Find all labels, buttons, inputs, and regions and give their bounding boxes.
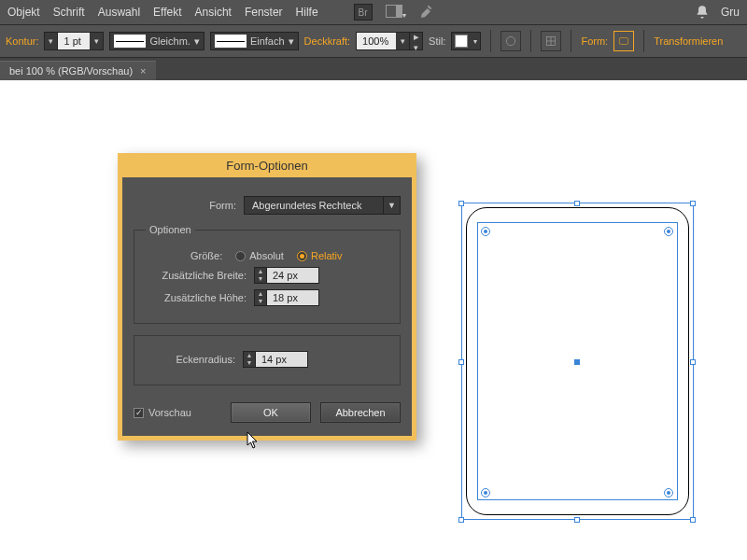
handle-nw[interactable] (458, 201, 464, 206)
stroke-weight-value[interactable]: 1 pt (58, 33, 90, 49)
menu-schrift[interactable]: Schrift (53, 6, 85, 19)
options-legend: Optionen (146, 224, 195, 235)
shape-rounded-rect-icon[interactable] (613, 31, 634, 51)
handle-center[interactable] (574, 359, 580, 365)
size-relative-radio[interactable]: Relativ (297, 250, 343, 261)
ok-button[interactable]: OK (231, 402, 311, 423)
corner-radius-handle-se[interactable] (664, 488, 673, 497)
menu-effekt[interactable]: Effekt (153, 6, 181, 19)
svg-point-0 (507, 36, 515, 45)
corner-radius-value[interactable]: 14 px (256, 351, 308, 368)
align-icon[interactable] (541, 31, 561, 51)
stroke-join-label: Einfach (250, 35, 285, 47)
workspace-label[interactable]: Gru (721, 6, 740, 19)
stroke-cap-select[interactable]: Gleichm. ▾ (109, 32, 204, 50)
cancel-button[interactable]: Abbrechen (320, 402, 401, 423)
size-label: Größe: (190, 250, 222, 261)
menu-auswahl[interactable]: Auswahl (98, 6, 140, 19)
options-bar: Kontur: 1 pt Gleichm. ▾ Einfach ▾ Deckkr… (0, 24, 747, 58)
opacity-value[interactable]: 100% (357, 33, 396, 49)
handle-se[interactable] (690, 517, 696, 523)
handle-e[interactable] (690, 359, 696, 365)
stroke-weight-input[interactable]: 1 pt (44, 32, 104, 50)
extra-height-value[interactable]: 18 px (267, 289, 319, 306)
shape-label[interactable]: Form: (581, 35, 608, 47)
tab-title: bei 100 % (RGB/Vorschau) (9, 65, 133, 77)
menu-hilfe[interactable]: Hilfe (296, 6, 318, 19)
extra-height-label: Zusätzliche Höhe: (146, 292, 247, 303)
transform-label[interactable]: Transformieren (654, 35, 723, 47)
check-icon: ✓ (134, 408, 144, 418)
shape-type-select[interactable]: Abgerundetes Rechteck ▼ (244, 196, 401, 215)
handle-sw[interactable] (458, 517, 464, 523)
preview-label: Vorschau (148, 407, 191, 418)
shape-type-value: Abgerundetes Rechteck (244, 196, 384, 215)
tab-document[interactable]: bei 100 % (RGB/Vorschau) × (0, 61, 156, 80)
shape-field-label: Form: (209, 200, 236, 211)
panel-layout-icon[interactable]: ▾ (386, 5, 406, 21)
mouse-cursor-icon (247, 431, 260, 450)
chevron-down-icon: ▼ (384, 196, 401, 215)
corner-radius-input[interactable]: ▲▼ 14 px (243, 351, 308, 368)
menu-fenster[interactable]: Fenster (245, 6, 283, 19)
extra-width-input[interactable]: ▲▼ 24 px (254, 267, 319, 284)
corner-radius-handle-sw[interactable] (481, 488, 490, 497)
stroke-label: Kontur: (6, 35, 38, 47)
options-fieldset: Optionen Größe: Absolut Relativ Zusätzli… (134, 224, 401, 324)
recolor-icon[interactable] (500, 31, 521, 51)
handle-ne[interactable] (690, 201, 696, 206)
stroke-join-select[interactable]: Einfach ▾ (210, 32, 299, 50)
dialog-title: Form-Optionen (118, 153, 416, 177)
pen-nib-icon[interactable] (419, 5, 434, 20)
shape-options-dialog: Form-Optionen Form: Abgerundetes Rechtec… (118, 153, 416, 441)
opacity-label: Deckkraft: (304, 35, 351, 47)
size-absolute-radio[interactable]: Absolut (235, 250, 284, 261)
svg-rect-4 (620, 38, 628, 45)
handle-s[interactable] (574, 517, 580, 523)
close-icon[interactable]: × (140, 65, 146, 77)
style-select[interactable]: ▾ (451, 32, 481, 50)
corner-radius-handle-nw[interactable] (481, 227, 490, 236)
menu-ansicht[interactable]: Ansicht (195, 6, 232, 19)
preview-checkbox[interactable]: ✓ Vorschau (134, 407, 191, 418)
handle-n[interactable] (574, 201, 580, 206)
corner-radius-fieldset: Eckenradius: ▲▼ 14 px (134, 335, 401, 385)
corner-radius-handle-ne[interactable] (664, 227, 673, 236)
menu-objekt[interactable]: Objekt (7, 6, 40, 19)
stroke-cap-label: Gleichm. (149, 35, 190, 47)
bridge-icon[interactable]: Br (354, 4, 373, 21)
extra-width-label: Zusätzliche Breite: (146, 270, 247, 281)
corner-radius-label: Eckenradius: (146, 354, 235, 365)
opacity-input[interactable]: 100% ▸ (356, 32, 423, 50)
extra-width-value[interactable]: 24 px (267, 267, 319, 284)
notification-bell-icon[interactable] (695, 5, 710, 20)
document-tabs: bei 100 % (RGB/Vorschau) × (0, 58, 747, 80)
handle-w[interactable] (458, 359, 464, 365)
extra-height-input[interactable]: ▲▼ 18 px (254, 289, 319, 306)
menu-bar: Objekt Schrift Auswahl Effekt Ansicht Fe… (0, 0, 747, 24)
style-label: Stil: (429, 35, 445, 47)
